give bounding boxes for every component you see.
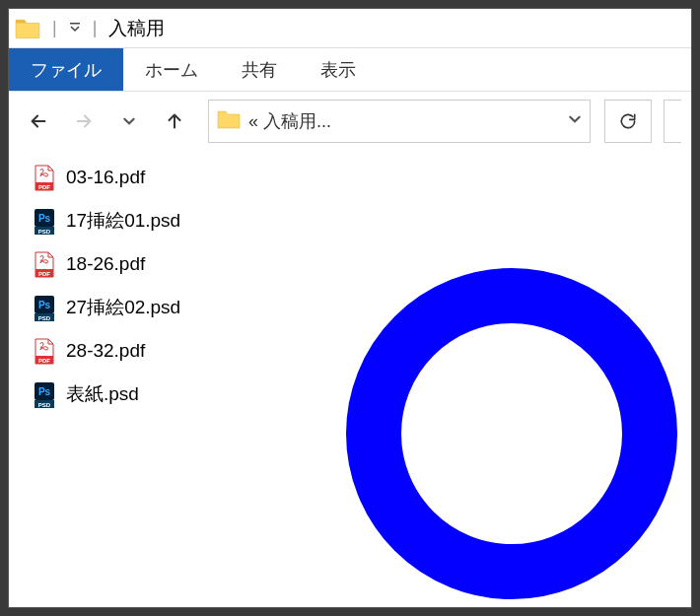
file-name: 03-16.pdf bbox=[66, 167, 145, 188]
tab-view[interactable]: 表示 bbox=[299, 48, 378, 91]
up-button[interactable] bbox=[155, 102, 194, 141]
nav-toolbar: « 入稿用... bbox=[9, 92, 691, 151]
annotation-circle bbox=[344, 266, 679, 605]
window-title: 入稿用 bbox=[108, 16, 165, 41]
file-row[interactable]: PsPSD17挿絵01.psd bbox=[29, 206, 671, 236]
titlebar-divider: | bbox=[52, 18, 57, 38]
svg-text:PDF: PDF bbox=[38, 184, 50, 190]
chevron-down-icon[interactable] bbox=[568, 112, 582, 130]
titlebar-divider: | bbox=[93, 18, 98, 38]
content-area: PDF03-16.pdfPsPSD17挿絵01.psdPDF18-26.pdfP… bbox=[9, 151, 691, 607]
pdf-file-icon: PDF bbox=[33, 338, 56, 364]
forward-button bbox=[64, 102, 104, 141]
file-name: 17挿絵01.psd bbox=[66, 208, 180, 234]
ribbon-tabs: ファイル ホーム 共有 表示 bbox=[9, 48, 691, 92]
svg-text:PSD: PSD bbox=[38, 229, 51, 235]
file-name: 28-32.pdf bbox=[66, 340, 145, 362]
pdf-file-icon: PDF bbox=[33, 165, 56, 190]
file-name: 18-26.pdf bbox=[66, 253, 145, 275]
address-bar[interactable]: « 入稿用... bbox=[208, 100, 591, 143]
tab-file[interactable]: ファイル bbox=[9, 48, 123, 91]
svg-text:PSD: PSD bbox=[38, 315, 51, 321]
back-button[interactable] bbox=[19, 102, 58, 141]
svg-text:PDF: PDF bbox=[38, 271, 50, 277]
tab-share[interactable]: 共有 bbox=[220, 48, 299, 91]
tab-home[interactable]: ホーム bbox=[123, 48, 220, 91]
pdf-file-icon: PDF bbox=[33, 251, 56, 277]
psd-file-icon: PsPSD bbox=[33, 381, 56, 407]
breadcrumb[interactable]: « 入稿用... bbox=[248, 109, 560, 133]
svg-text:Ps: Ps bbox=[38, 386, 51, 397]
psd-file-icon: PsPSD bbox=[33, 208, 56, 234]
history-dropdown[interactable] bbox=[109, 102, 149, 141]
svg-point-19 bbox=[374, 296, 650, 572]
psd-file-icon: PsPSD bbox=[33, 295, 56, 320]
file-row[interactable]: PDF03-16.pdf bbox=[29, 163, 671, 192]
svg-text:Ps: Ps bbox=[38, 300, 51, 310]
explorer-window: | | 入稿用 ファイル ホーム 共有 表示 « 入稿用... bbox=[8, 8, 692, 608]
refresh-button[interactable] bbox=[604, 100, 652, 143]
folder-icon bbox=[217, 108, 241, 134]
file-name: 表紙.psd bbox=[66, 381, 139, 407]
qat-chevron-icon[interactable] bbox=[69, 20, 81, 37]
svg-text:PDF: PDF bbox=[38, 358, 50, 364]
svg-text:PSD: PSD bbox=[38, 402, 51, 408]
search-box[interactable] bbox=[664, 100, 681, 143]
svg-text:Ps: Ps bbox=[38, 213, 51, 224]
title-bar: | | 入稿用 bbox=[9, 9, 691, 48]
file-name: 27挿絵02.psd bbox=[66, 295, 180, 320]
folder-icon bbox=[15, 17, 40, 40]
svg-rect-0 bbox=[70, 23, 80, 25]
